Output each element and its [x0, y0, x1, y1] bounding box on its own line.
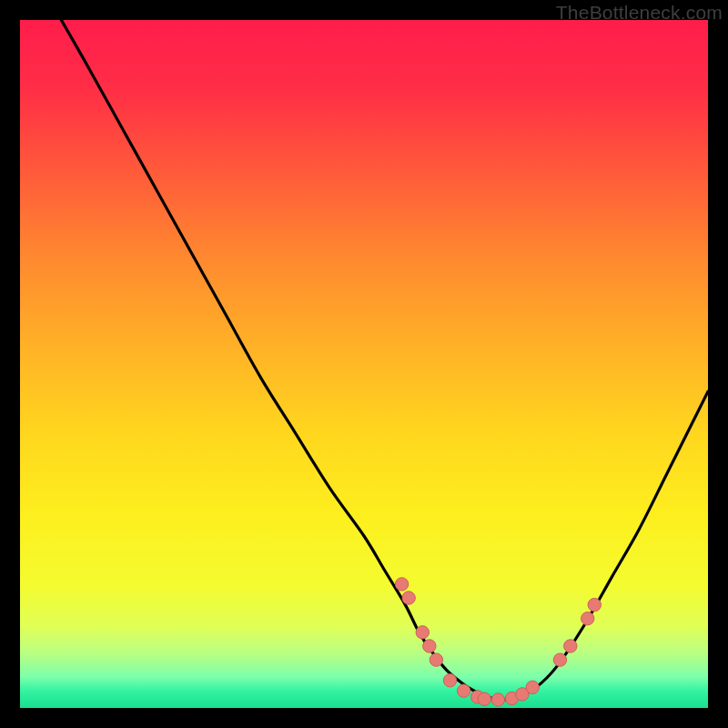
highlight-dot — [526, 681, 539, 693]
highlight-dot — [457, 684, 470, 697]
highlight-dot — [564, 640, 577, 652]
highlight-dot — [443, 674, 456, 687]
highlight-dot — [478, 693, 490, 705]
highlight-dot — [395, 578, 408, 591]
highlight-dots — [395, 578, 601, 706]
highlight-dot — [588, 598, 601, 611]
highlight-dot — [491, 693, 504, 706]
watermark-text: TheBottleneck.com — [556, 2, 723, 24]
highlight-dot — [430, 653, 442, 666]
highlight-dot — [553, 653, 566, 666]
highlight-dot — [581, 612, 594, 625]
chart-frame — [20, 20, 708, 708]
highlight-dot — [423, 640, 436, 652]
highlight-dot — [402, 592, 415, 604]
bottleneck-curve — [20, 20, 708, 708]
highlight-dot — [416, 626, 429, 639]
plot-area — [20, 20, 708, 708]
curve-line — [61, 20, 708, 700]
